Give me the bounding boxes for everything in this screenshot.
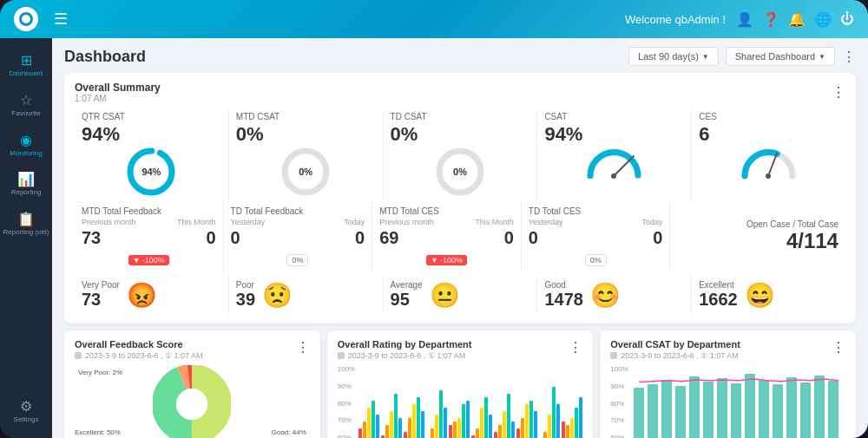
reporting-old-icon: 📋 <box>17 211 35 227</box>
chart-csat-more[interactable]: ⋮ <box>832 339 845 365</box>
summary-subtitle: 1:07 AM <box>75 94 161 103</box>
summary-title: Overall Summary <box>75 82 161 94</box>
date-range-dropdown[interactable]: Last 90 day(s) <box>628 47 719 66</box>
sidebar-item-reporting[interactable]: 📊 Reporting <box>0 166 52 202</box>
chart-feedback-header: Overall Feedback Score 2023-3-9 to 2023-… <box>75 339 310 365</box>
sentiment-poor-value: 39 <box>236 290 255 310</box>
metric-td-csat-value: 0% <box>391 123 530 146</box>
feedback-td-badge-wrapper: 0% <box>231 251 365 266</box>
sidebar-item-dashboard[interactable]: ⊞ Dashboard <box>0 47 52 83</box>
feedback-td-values: 0 0 <box>231 228 365 248</box>
dashboard-icon: ⊞ <box>21 52 32 69</box>
welcome-text: Welcome qbAdmin ! <box>625 13 726 26</box>
sentiment-excellent-emoji: 😄 <box>745 281 775 310</box>
sidebar-label-reporting: Reporting <box>11 189 42 197</box>
feedback-td-numbers: Yesterday Today <box>231 218 365 226</box>
sentiment-excellent-label: Excellent <box>699 280 738 290</box>
sidebar-item-favourite[interactable]: ☆ Favourite <box>0 87 52 123</box>
metric-td-csat-label: TD CSAT <box>391 112 530 121</box>
donut-td: 0% <box>434 146 486 198</box>
sidebar: ⊞ Dashboard ☆ Favourite ◉ Monitoring 📊 R… <box>0 38 52 438</box>
metric-qtr-csat-label: QTR CSAT <box>82 112 221 121</box>
header-controls: Last 90 day(s) Shared Dashboard ⋮ <box>628 47 856 66</box>
more-options-icon[interactable]: ⋮ <box>842 49 856 65</box>
sidebar-label-favourite: Favourite <box>11 110 40 118</box>
sidebar-label-reporting-old: Reporting (old) <box>3 229 49 237</box>
feedback-td-ces-prev-value: 0 <box>529 228 538 248</box>
sentiment-average-value: 95 <box>391 290 423 310</box>
device-frame: ☰ Welcome qbAdmin ! 👤 ❓ 🔔 🌐 ⏻ ⊞ Dashboar… <box>0 0 868 438</box>
feedback-mtd-badge: ▼ -100% <box>128 255 169 265</box>
feedback-td-ces-badge-wrapper: 0% <box>529 251 663 266</box>
feedback-mtd-ces-curr-label: This Month <box>475 218 514 226</box>
feedback-td-ces: TD Total CES Yesterday Today 0 0 0% <box>522 201 671 271</box>
feedback-mtd: MTD Total Feedback Previous month This M… <box>75 201 224 271</box>
sentiment-row: Very Poor 73 😡 Poor 39 😟 <box>75 275 845 315</box>
open-case-label: Open Case / Total Case <box>746 219 838 229</box>
feedback-mtd-prev-value: 73 <box>82 228 101 248</box>
dashboard-type-dropdown[interactable]: Shared Dashboard <box>726 47 835 66</box>
sidebar-label-dashboard: Dashboard <box>9 70 43 78</box>
summary-more-icon[interactable]: ⋮ <box>832 84 845 101</box>
open-case-value: 4/114 <box>786 229 838 253</box>
metric-mtd-csat-value: 0% <box>236 123 376 146</box>
sidebar-item-monitoring[interactable]: ◉ Monitoring <box>0 127 52 163</box>
sidebar-item-settings[interactable]: ⚙ Settings <box>0 393 52 429</box>
sentiment-poor-label: Poor <box>236 280 255 290</box>
feedback-mtd-ces-numbers: Previous month This Month <box>379 218 514 226</box>
svg-point-7 <box>766 173 771 179</box>
menu-icon[interactable]: ☰ <box>54 10 68 29</box>
donut-mtd: 0% <box>279 146 332 198</box>
feedback-td-label: TD Total Feedback <box>231 206 365 216</box>
chart-csat-meta: 2023-3-9 to 2023-6-6 , ① 1:07 AM <box>610 351 740 360</box>
chart-rating-more[interactable]: ⋮ <box>569 339 582 365</box>
sentiment-good-emoji: 😊 <box>590 281 621 310</box>
pie-chart-container: Very Poor: 2% Excellent: 50% Good: 44% <box>75 365 310 438</box>
sentiment-good-value: 1478 <box>544 290 583 310</box>
user-icon[interactable]: 👤 <box>736 11 753 28</box>
sentiment-excellent-value: 1662 <box>699 290 738 310</box>
reporting-icon: 📊 <box>17 171 35 187</box>
donut-td-label: 0% <box>453 167 467 177</box>
metric-mtd-csat-label: MTD CSAT <box>236 112 376 121</box>
page-title: Dashboard <box>64 48 628 66</box>
sentiment-good-text: Good 1478 <box>544 280 583 310</box>
feedback-mtd-ces-badge: ▼ -100% <box>426 255 467 265</box>
pie-legend-excellent: Excellent: 50% <box>75 428 121 436</box>
bar-groups <box>358 365 582 438</box>
settings-icon: ⚙ <box>20 398 32 415</box>
feedback-mtd-numbers: Previous month This Month <box>82 218 216 226</box>
line-bar-chart <box>632 365 845 438</box>
sentiment-average-label: Average <box>391 280 423 290</box>
feedback-td-ces-label: TD Total CES <box>529 206 663 216</box>
bar-chart-container: 100%90%80%70%60% <box>338 365 582 438</box>
metric-mtd-csat: MTD CSAT 0% 0% <box>229 108 384 201</box>
metric-csat-label: CSAT <box>544 112 684 121</box>
feedback-td-ces-numbers: Yesterday Today <box>529 218 663 226</box>
feedback-td-curr-label: Today <box>344 218 365 226</box>
feedback-td-ces-badge: 0% <box>585 254 607 266</box>
sentiment-very-poor-emoji: 😡 <box>127 281 157 310</box>
power-icon[interactable]: ⏻ <box>840 11 854 27</box>
language-icon[interactable]: 🌐 <box>814 11 832 28</box>
feedback-mtd-values: 73 0 <box>82 228 216 248</box>
donut-mtd-label: 0% <box>299 167 312 177</box>
feedback-td-ces-prev-label: Yesterday <box>529 218 563 226</box>
line-bar-container: 100%90%80%70%60% <box>610 365 845 438</box>
help-icon[interactable]: ❓ <box>762 11 779 28</box>
feedback-mtd-badge-wrapper: ▼ -100% <box>82 251 216 266</box>
metric-ces-value: 6 <box>699 123 838 146</box>
chart-feedback-more[interactable]: ⋮ <box>296 339 310 365</box>
feedback-mtd-ces: MTD Total CES Previous month This Month … <box>372 201 522 271</box>
app-logo <box>14 7 38 31</box>
chart-csat-title: Overall CSAT by Department <box>610 339 740 350</box>
metric-mtd-csat-chart: 0% <box>236 146 376 198</box>
pie-chart-svg <box>153 365 231 438</box>
feedback-td-prev-label: Yesterday <box>231 218 266 226</box>
notification-icon[interactable]: 🔔 <box>788 11 806 28</box>
sentiment-average-emoji: 😐 <box>430 281 460 310</box>
chart-feedback-title: Overall Feedback Score <box>75 339 203 350</box>
sidebar-item-reporting-old[interactable]: 📋 Reporting (old) <box>0 206 52 242</box>
chart-rating-meta: 2023-3-9 to 2023-6-6 , ① 1:07 AM <box>338 351 472 360</box>
sentiment-excellent-text: Excellent 1662 <box>699 280 738 310</box>
